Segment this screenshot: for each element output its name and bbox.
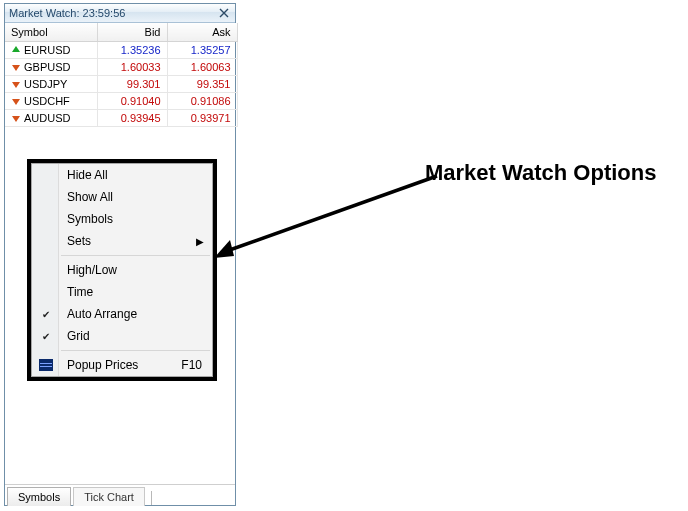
- bid-cell: 99.301: [97, 75, 167, 92]
- svg-marker-4: [12, 116, 20, 122]
- svg-line-5: [224, 176, 437, 252]
- check-icon: ✔: [33, 309, 59, 320]
- menu-sets[interactable]: Sets ▶: [59, 230, 212, 252]
- context-menu-gutter: [32, 164, 59, 376]
- annotation-arrow-icon: [212, 168, 442, 260]
- market-watch-panel: Market Watch: 23:59:56 Symbol Bid Ask EU…: [4, 3, 236, 506]
- table-row[interactable]: USDCHF0.910400.91086: [5, 92, 237, 109]
- panel-title-text: Market Watch: 23:59:56: [9, 4, 125, 22]
- svg-marker-1: [12, 65, 20, 71]
- tab-strip-end: [151, 491, 153, 505]
- quotes-table: Symbol Bid Ask EURUSD1.352361.35257GBPUS…: [5, 23, 238, 127]
- symbol-cell: EURUSD: [24, 44, 70, 56]
- ask-cell: 1.35257: [167, 41, 237, 58]
- context-menu-highlight: Hide All Show All Symbols Sets ▶ High/Lo…: [27, 159, 217, 381]
- symbol-cell: AUDUSD: [24, 112, 70, 124]
- col-ask[interactable]: Ask: [167, 23, 237, 41]
- tab-tick-chart[interactable]: Tick Chart: [73, 487, 145, 506]
- close-icon[interactable]: [217, 6, 231, 20]
- svg-marker-0: [12, 46, 20, 52]
- context-menu: Hide All Show All Symbols Sets ▶ High/Lo…: [31, 163, 213, 377]
- ask-cell: 0.91086: [167, 92, 237, 109]
- svg-marker-2: [12, 82, 20, 88]
- table-row[interactable]: GBPUSD1.600331.60063: [5, 58, 237, 75]
- col-symbol[interactable]: Symbol: [5, 23, 97, 41]
- menu-separator: [61, 350, 210, 351]
- arrow-down-icon: [11, 96, 21, 106]
- bid-cell: 1.60033: [97, 58, 167, 75]
- bid-cell: 1.35236: [97, 41, 167, 58]
- annotation-label: Market Watch Options: [425, 160, 656, 186]
- panel-tabs: Symbols Tick Chart: [5, 484, 235, 505]
- arrow-down-icon: [11, 113, 21, 123]
- ask-cell: 0.93971: [167, 109, 237, 126]
- menu-accelerator: F10: [181, 358, 212, 372]
- col-bid[interactable]: Bid: [97, 23, 167, 41]
- menu-hide-all[interactable]: Hide All: [59, 164, 212, 186]
- popup-prices-icon: [33, 359, 59, 371]
- ask-cell: 99.351: [167, 75, 237, 92]
- arrow-up-icon: [11, 45, 21, 55]
- panel-titlebar: Market Watch: 23:59:56: [5, 4, 235, 23]
- table-row[interactable]: AUDUSD0.939450.93971: [5, 109, 237, 126]
- tab-symbols[interactable]: Symbols: [7, 487, 71, 506]
- table-row[interactable]: EURUSD1.352361.35257: [5, 41, 237, 58]
- table-row[interactable]: USDJPY99.30199.351: [5, 75, 237, 92]
- menu-popup-prices[interactable]: Popup Prices F10: [59, 354, 212, 376]
- arrow-down-icon: [11, 79, 21, 89]
- symbol-cell: USDJPY: [24, 78, 67, 90]
- submenu-arrow-icon: ▶: [196, 236, 212, 247]
- menu-auto-arrange[interactable]: ✔ Auto Arrange: [59, 303, 212, 325]
- menu-separator: [61, 255, 210, 256]
- menu-show-all[interactable]: Show All: [59, 186, 212, 208]
- bid-cell: 0.91040: [97, 92, 167, 109]
- arrow-down-icon: [11, 62, 21, 72]
- menu-time[interactable]: Time: [59, 281, 212, 303]
- symbol-cell: USDCHF: [24, 95, 70, 107]
- check-icon: ✔: [33, 331, 59, 342]
- bid-cell: 0.93945: [97, 109, 167, 126]
- menu-symbols[interactable]: Symbols: [59, 208, 212, 230]
- menu-grid[interactable]: ✔ Grid: [59, 325, 212, 347]
- symbol-cell: GBPUSD: [24, 61, 70, 73]
- svg-marker-3: [12, 99, 20, 105]
- menu-high-low[interactable]: High/Low: [59, 259, 212, 281]
- ask-cell: 1.60063: [167, 58, 237, 75]
